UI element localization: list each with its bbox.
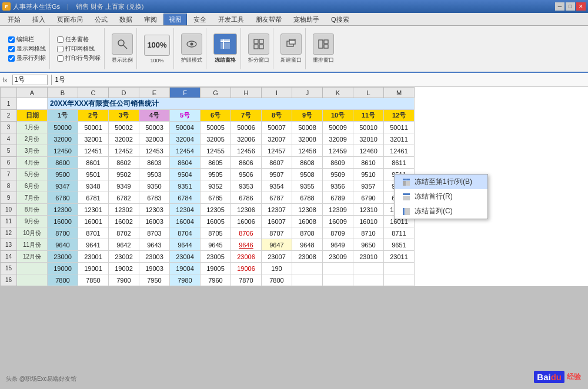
cell-col1-header[interactable]: 1号 — [48, 110, 78, 122]
cell-jan-2[interactable]: 50001 — [78, 122, 109, 133]
cell-col12-header[interactable]: 12号 — [384, 110, 415, 122]
tab-insert[interactable]: 插入 — [27, 14, 51, 25]
month-nov[interactable]: 11月份 — [17, 239, 48, 251]
tab-pet[interactable]: 宠物助手 — [288, 14, 325, 25]
col-header-d[interactable]: D — [109, 88, 139, 98]
cell-jan-5[interactable]: 50004 — [170, 122, 201, 133]
formula-input[interactable] — [55, 75, 586, 85]
cell-col2-header[interactable]: 2号 — [78, 110, 109, 122]
cell-col9-header[interactable]: 9号 — [292, 110, 323, 122]
cell-jan-4[interactable]: 50003 — [139, 122, 170, 133]
tab-data[interactable]: 数据 — [114, 14, 138, 25]
zoom-100-button[interactable]: 100% — [144, 35, 170, 56]
col-header-f[interactable]: F — [170, 88, 201, 98]
new-window-label: 新建窗口 — [280, 56, 302, 64]
col-header-k[interactable]: K — [323, 88, 353, 98]
month-aug[interactable]: 8月份 — [17, 204, 48, 216]
new-window-button[interactable] — [280, 33, 302, 55]
cell-jan-11[interactable]: 50010 — [353, 122, 384, 133]
show-ratio-label: 显示比例 — [112, 56, 133, 64]
function-icon: fx — [2, 76, 8, 83]
tab-page-layout[interactable]: 页面布局 — [52, 14, 88, 25]
cell-jan-9[interactable]: 50008 — [292, 122, 323, 133]
table-row: 6 4月份 8600 8601 8602 8603 8604 8605 8606… — [1, 157, 415, 169]
cell-col4-header[interactable]: 4号 — [139, 110, 170, 122]
arrange-window-button[interactable] — [313, 33, 334, 55]
split-window-button[interactable] — [248, 33, 269, 55]
cell-jan-6[interactable]: 50005 — [201, 122, 231, 133]
month-dec[interactable]: 12月份 — [17, 251, 48, 263]
col-header-e[interactable]: E — [139, 88, 170, 98]
col-header-h[interactable]: H — [231, 88, 262, 98]
col-labels-row: 2 日期 1号 2号 3号 4号 5号 6号 7号 8号 9号 10号 11号 … — [1, 110, 415, 122]
col-header-g[interactable]: G — [201, 88, 231, 98]
row-header-2: 2 — [1, 110, 17, 122]
table-row: 4 2月份 32000 32001 32002 32003 32004 3200… — [1, 133, 415, 145]
freeze-panes-button[interactable] — [213, 33, 237, 55]
svg-rect-18 — [403, 179, 406, 180]
cell-jan-7[interactable]: 50006 — [231, 122, 262, 133]
freeze-top-row-menu-item[interactable]: 冻结首行(R) — [395, 189, 487, 204]
col-header-l[interactable]: L — [353, 88, 384, 98]
tab-developer[interactable]: 开发工具 — [213, 14, 249, 25]
checkbox-print-gridlines[interactable]: 打印网格线 — [57, 45, 101, 53]
col-header-i[interactable]: I — [262, 88, 292, 98]
freeze-first-row-col-menu-item[interactable]: 冻结至第1行/列(B) — [395, 175, 487, 189]
show-ratio-button[interactable] — [112, 33, 133, 55]
cell-col3-header[interactable]: 3号 — [109, 110, 139, 122]
maximize-button[interactable]: □ — [566, 2, 575, 11]
cell-col7-header[interactable]: 7号 — [231, 110, 262, 122]
cell-date-header[interactable]: 日期 — [17, 110, 48, 122]
month-apr[interactable]: 4月份 — [17, 157, 48, 169]
freeze-first-icon — [402, 177, 411, 187]
col-header-a[interactable]: A — [17, 88, 48, 98]
month-feb[interactable]: 2月份 — [17, 133, 48, 145]
minimize-button[interactable]: ─ — [555, 2, 564, 11]
cell-col6-header[interactable]: 6号 — [201, 110, 231, 122]
cell-a1[interactable] — [17, 98, 48, 110]
checkbox-print-rowcol[interactable]: 打印行号列标 — [57, 54, 101, 62]
cell-col10-header[interactable]: 10号 — [323, 110, 353, 122]
ribbon-freeze-group: 冻结窗格 — [210, 28, 241, 69]
tab-security[interactable]: 安全 — [188, 14, 212, 25]
tab-view[interactable]: 视图 — [163, 14, 187, 25]
spreadsheet-table: A B C D E F G H I J K L M 1 — [0, 87, 415, 286]
svg-point-0 — [118, 40, 124, 46]
checkbox-editbar[interactable]: 编辑栏 — [8, 35, 46, 43]
col-header-c[interactable]: C — [78, 88, 109, 98]
svg-rect-22 — [403, 193, 410, 195]
month-may[interactable]: 5月份 — [17, 169, 48, 180]
cell-jan-12[interactable]: 50011 — [384, 122, 415, 133]
col-header-j[interactable]: J — [292, 88, 323, 98]
checkbox-rowcol[interactable]: 显示行列标 — [8, 54, 46, 62]
month-mar[interactable]: 3月份 — [17, 145, 48, 157]
ribbon-eye-group: 护眼模式 — [178, 28, 206, 69]
tab-search[interactable]: Q搜索 — [326, 14, 355, 25]
month-jun[interactable]: 6月份 — [17, 180, 48, 192]
cell-jan-1[interactable]: 50000 — [48, 122, 78, 133]
col-header-b[interactable]: B — [48, 88, 78, 98]
tab-review[interactable]: 审阅 — [139, 14, 162, 25]
cell-col11-header[interactable]: 11号 — [353, 110, 384, 122]
close-button[interactable]: ✕ — [576, 2, 586, 11]
month-oct[interactable]: 10月份 — [17, 227, 48, 239]
cell-jan-8[interactable]: 50007 — [262, 122, 292, 133]
month-jan[interactable]: 1月份 — [17, 122, 48, 133]
month-sep[interactable]: 9月份 — [17, 216, 48, 227]
tab-formula[interactable]: 公式 — [89, 14, 113, 25]
col-header-m[interactable]: M — [384, 88, 415, 98]
table-row: 15 19000 19001 19002 19003 19004 19005 1… — [1, 263, 415, 274]
tab-friend-help[interactable]: 朋友帮帮 — [250, 14, 287, 25]
name-box[interactable] — [12, 75, 48, 85]
tab-start[interactable]: 开始 — [2, 14, 26, 25]
checkbox-gridlines[interactable]: 显示网格线 — [8, 45, 46, 53]
cell-jan-10[interactable]: 50009 — [323, 122, 353, 133]
cell-col8-header[interactable]: 8号 — [262, 110, 292, 122]
cell-jan-3[interactable]: 50002 — [109, 122, 139, 133]
eye-protect-button[interactable] — [181, 33, 202, 55]
ribbon-arrange-group: 重排窗口 — [309, 28, 338, 69]
freeze-first-col-menu-item[interactable]: 冻结首列(C) — [395, 204, 487, 219]
checkbox-taskpane[interactable]: 任务窗格 — [57, 35, 101, 43]
cell-col5-header[interactable]: 5号 — [170, 110, 201, 122]
month-jul[interactable]: 7月份 — [17, 192, 48, 204]
